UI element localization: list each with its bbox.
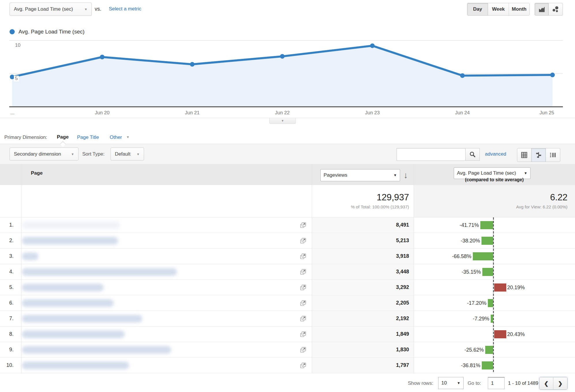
sort-type-select[interactable]: Default ▼ [111, 148, 144, 160]
dimension-tab-other[interactable]: Other [110, 135, 122, 140]
select-metric-link[interactable]: Select a metric [109, 6, 141, 12]
search-button[interactable] [465, 148, 480, 161]
bubbles-icon [552, 5, 559, 13]
row-pageviews: 3,918 [318, 253, 409, 259]
sort-direction-icon[interactable]: ↓ [404, 171, 408, 180]
y-axis-tick-label: 10 [14, 42, 22, 48]
granularity-day-button[interactable]: Day [467, 3, 488, 15]
page-url-link-redacted[interactable] [22, 268, 177, 276]
row-comparison-pct: -17.20% [467, 300, 486, 306]
row-comparison-pct: -7.29% [473, 316, 489, 322]
x-axis-tick-label: Jun 25 [539, 110, 554, 116]
table-row: 5. 3,292 20.19% [0, 280, 575, 295]
row-rank: 9. [0, 347, 14, 353]
row-pageviews: 2,192 [318, 316, 409, 322]
row-pageviews: 1,830 [318, 347, 409, 353]
data-view-button[interactable] [517, 148, 531, 162]
row-pageviews: 1,797 [318, 362, 409, 368]
row-rank: 2. [0, 238, 14, 244]
annotations-pull-tab[interactable]: ▼ [269, 118, 296, 124]
goto-label: Go to: [468, 380, 481, 386]
row-rank: 1. [0, 222, 14, 228]
next-page-button[interactable]: ❯ [553, 377, 567, 389]
metric-select[interactable]: Avg. Page Load Time (sec) ▼ [10, 3, 92, 16]
previous-page-button[interactable]: ❮ [539, 377, 553, 389]
chevron-right-icon: ❯ [558, 380, 563, 387]
open-page-icon[interactable] [300, 315, 307, 322]
comparison-bars-icon [535, 151, 542, 159]
table-row: 3. 3,918 -66.58% [0, 249, 575, 264]
chart-legend: Avg. Page Load Time (sec) [10, 29, 85, 35]
row-pageviews: 3,292 [318, 284, 409, 290]
dimension-tab-page-title[interactable]: Page Title [77, 135, 99, 140]
granularity-month-button[interactable]: Month [509, 3, 529, 15]
comparison-zero-axis [493, 217, 494, 373]
page-url-link-redacted[interactable] [22, 299, 114, 307]
vs-label: vs. [95, 6, 101, 12]
page-url-link-redacted[interactable] [22, 237, 118, 244]
page-url-link-redacted[interactable] [22, 221, 120, 229]
row-rank: 4. [0, 269, 14, 275]
goto-page-input[interactable] [488, 377, 505, 389]
search-input[interactable] [397, 148, 465, 161]
granularity-week-button[interactable]: Week [488, 3, 509, 15]
granularity-switcher: Day Week Month [467, 3, 530, 16]
table-row: 6. 2,205 -17.20% [0, 295, 575, 311]
advanced-search-link[interactable]: advanced [485, 151, 506, 157]
chart-style-switcher [535, 3, 563, 16]
x-axis-tick-label: Jun 24 [455, 110, 470, 116]
comparison-bar [482, 268, 493, 276]
open-page-icon[interactable] [300, 300, 307, 307]
open-page-icon[interactable] [300, 331, 307, 338]
page-url-link-redacted[interactable] [22, 253, 38, 260]
caret-down-icon: ▼ [393, 173, 397, 177]
open-page-icon[interactable] [300, 284, 307, 291]
page-url-link-redacted[interactable] [22, 331, 125, 338]
dimension-tab-page[interactable]: Page [57, 134, 69, 140]
caret-down-icon: ▼ [457, 381, 460, 385]
caret-down-icon: ▼ [524, 171, 527, 175]
x-axis-tick-label: Jun 20 [95, 110, 109, 116]
row-comparison-pct: 20.43% [507, 331, 525, 337]
show-rows-value: 10 [441, 380, 447, 386]
row-rank: 7. [0, 316, 14, 322]
page-url-link-redacted[interactable] [22, 315, 142, 322]
column-header-page: Page [31, 170, 43, 176]
comparison-bar [494, 283, 506, 292]
primary-dimension-label: Primary Dimension: [4, 135, 47, 140]
row-comparison-pct: -41.71% [460, 222, 479, 228]
open-page-icon[interactable] [300, 346, 307, 353]
page-url-link-redacted[interactable] [22, 284, 104, 291]
open-page-icon[interactable] [300, 222, 307, 229]
sort-type-label: Sort Type: [82, 151, 104, 157]
open-page-icon[interactable] [300, 237, 307, 244]
caret-down-icon: ▼ [84, 8, 87, 11]
secondary-dimension-button[interactable]: Secondary dimension ▼ [10, 148, 79, 160]
sort-type-value: Default [115, 151, 130, 157]
series-dot-icon [10, 29, 15, 34]
pageviews-column-select[interactable]: Pageviews ▼ [320, 169, 400, 181]
pageviews-column-label: Pageviews [324, 172, 347, 178]
page-url-link-redacted[interactable] [22, 346, 171, 354]
total-pageviews-caption: % of Total: 100.00% (129,937) [289, 204, 409, 209]
open-page-icon[interactable] [300, 253, 307, 260]
total-metric-caption: Avg for View: 6.22 (0.00%) [445, 204, 567, 209]
row-rank: 8. [0, 331, 14, 337]
line-chart-icon [538, 5, 546, 13]
open-page-icon[interactable] [300, 268, 307, 275]
row-rank: 5. [0, 284, 14, 290]
table-totals-row: 129,937 % of Total: 100.00% (129,937) 6.… [0, 185, 575, 217]
table-row: 1. 8,491 -41.71% [0, 217, 575, 233]
caret-down-icon: ▼ [281, 119, 284, 122]
comparison-view-button[interactable] [531, 148, 546, 162]
page-url-link-redacted[interactable] [22, 362, 129, 369]
line-chart-view-button[interactable] [535, 3, 549, 16]
row-range-label: 1 - 10 of 1489 [508, 380, 538, 386]
table-row: 2. 5,213 -38.20% [0, 233, 575, 249]
motion-chart-view-button[interactable] [549, 3, 563, 16]
show-rows-select[interactable]: 10 ▼ [438, 377, 464, 389]
open-page-icon[interactable] [300, 362, 307, 369]
pivot-view-button[interactable] [546, 148, 560, 162]
row-comparison-pct: -38.20% [461, 238, 480, 244]
table-grid-icon [520, 151, 528, 159]
